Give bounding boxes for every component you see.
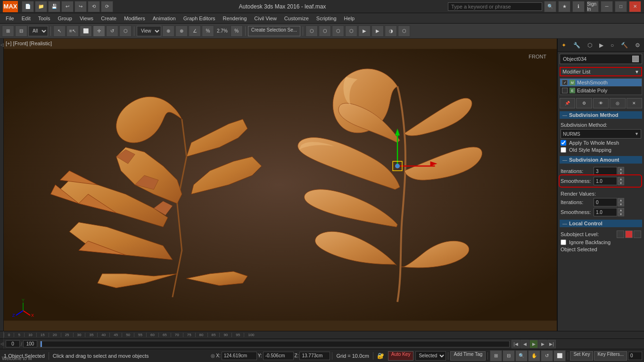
percent-snap-btn[interactable]: % xyxy=(202,25,214,37)
subobject-type-btn2[interactable] xyxy=(625,230,633,238)
selected-dropdown[interactable]: Selected xyxy=(415,351,446,361)
menu-file[interactable]: File xyxy=(2,15,18,22)
snap-toggle-btn[interactable]: ⊟ xyxy=(15,25,27,37)
modifier-meshsmooth[interactable]: ✓ M MeshSmooth xyxy=(560,79,642,87)
object-name-field[interactable]: Object034 xyxy=(560,54,642,64)
modifier-meshsmooth-check[interactable]: ✓ xyxy=(562,80,568,85)
set-key-btn[interactable]: Set Key xyxy=(570,351,593,361)
modifier-list-dropdown[interactable]: Modifier List ▼ xyxy=(560,67,642,76)
remove-modifier-btn[interactable]: ✕ xyxy=(627,98,642,108)
menu-animation[interactable]: Animation xyxy=(149,15,180,22)
prev-frame-btn[interactable]: ◀ xyxy=(520,340,529,348)
iterations-input[interactable] xyxy=(594,167,617,175)
y-coord-input[interactable] xyxy=(263,352,294,360)
bookmark-btn[interactable]: ★ xyxy=(558,1,570,12)
menu-civil-view[interactable]: Civil View xyxy=(250,15,280,22)
local-control-header[interactable]: — Local Control xyxy=(560,220,642,227)
select-name-tool[interactable]: ≡↖ xyxy=(66,25,79,37)
active-only-btn[interactable]: ◎ xyxy=(610,98,625,108)
display-panel-icon[interactable]: ○ xyxy=(609,41,616,49)
zoom-all-btn[interactable]: ⊟ xyxy=(503,350,515,362)
selection-filter-dropdown[interactable]: All xyxy=(28,26,48,36)
render-smoothness-down[interactable]: ▼ xyxy=(618,212,624,216)
menu-views[interactable]: Views xyxy=(76,15,97,22)
create-panel-icon[interactable]: ✦ xyxy=(560,41,568,49)
render-iterations-down[interactable]: ▼ xyxy=(618,202,624,206)
pan-all-btn[interactable]: ⊞ xyxy=(490,350,502,362)
menu-modifiers[interactable]: Modifiers xyxy=(120,15,149,22)
keyword-search[interactable] xyxy=(448,2,542,11)
pin-stack-btn[interactable]: 📌 xyxy=(560,98,575,108)
info-btn[interactable]: ℹ xyxy=(572,1,585,12)
render-smoothness-input[interactable] xyxy=(594,208,617,216)
old-style-mapping-checkbox[interactable] xyxy=(561,147,566,153)
menu-tools[interactable]: Tools xyxy=(34,15,54,22)
move-tool[interactable]: ✛ xyxy=(93,25,105,37)
create-selection-button[interactable]: Create Selection Se... xyxy=(248,26,300,36)
material-editor-btn[interactable]: ⬡ xyxy=(332,25,344,37)
apply-whole-mesh-checkbox[interactable] xyxy=(561,140,566,146)
go-to-end-btn[interactable]: ▶| xyxy=(547,340,556,348)
color-swatch[interactable] xyxy=(632,56,639,62)
timeline-expand-btn[interactable]: ◁ xyxy=(0,342,3,346)
smoothness-input[interactable] xyxy=(594,177,617,185)
slate-material-btn[interactable]: ⬡ xyxy=(398,25,410,37)
rect-select-btn[interactable]: ⬜ xyxy=(80,25,92,37)
undo-scene-btn[interactable]: ⟲ xyxy=(88,1,100,12)
modifier-editable-poly[interactable]: E Editable Poly xyxy=(560,87,642,95)
field-of-view-btn[interactable]: 🔍 xyxy=(515,350,528,362)
show-all-btn[interactable]: 👁 xyxy=(593,98,609,108)
undo-btn[interactable]: ↩ xyxy=(61,1,74,12)
auto-key-btn[interactable]: Auto Key xyxy=(388,351,414,361)
render-iterations-input[interactable] xyxy=(594,198,617,206)
viewport[interactable]: [+] [Front] [Realistic] xyxy=(4,39,557,331)
iterations-up[interactable]: ▲ xyxy=(618,167,624,171)
view-dropdown[interactable]: View xyxy=(137,26,161,36)
track-bar-btn[interactable]: ⬡ xyxy=(305,25,318,37)
menu-help[interactable]: Help xyxy=(340,15,359,22)
render-smoothness-up[interactable]: ▲ xyxy=(618,208,624,212)
pan-btn[interactable]: ✋ xyxy=(528,350,540,362)
key-filters-btn[interactable]: Key Filters... xyxy=(594,351,627,361)
play-btn[interactable]: ▶ xyxy=(529,340,538,348)
minimize-btn[interactable]: ─ xyxy=(601,1,613,12)
x-coord-input[interactable] xyxy=(222,352,257,360)
menu-create[interactable]: Create xyxy=(97,15,120,22)
search-icon[interactable]: 🔍 xyxy=(544,1,556,12)
modify-panel-icon[interactable]: 🔧 xyxy=(571,41,582,49)
menu-rendering[interactable]: Rendering xyxy=(219,15,251,22)
menu-edit[interactable]: Edit xyxy=(18,15,34,22)
maximize-btn[interactable]: □ xyxy=(615,1,627,12)
subobject-type-btn3[interactable] xyxy=(634,230,641,238)
new-btn[interactable]: 📄 xyxy=(22,1,34,12)
configure-modifier-btn[interactable]: ⚙ xyxy=(576,98,592,108)
utilities-panel-icon[interactable]: 🔨 xyxy=(619,41,630,49)
redo-btn[interactable]: ↪ xyxy=(74,1,87,12)
use-pivot-btn[interactable]: ⊕ xyxy=(162,25,174,37)
snap-3d-btn[interactable]: ⊕ xyxy=(175,25,188,37)
hierarchy-panel-icon[interactable]: ⬡ xyxy=(586,41,594,49)
maximize-viewport-btn[interactable]: ⬜ xyxy=(553,350,566,362)
render-iterations-up[interactable]: ▲ xyxy=(618,198,624,202)
scale-tool[interactable]: ⬡ xyxy=(119,25,132,37)
frame-input[interactable] xyxy=(628,352,642,360)
motion-panel-icon[interactable]: ▶ xyxy=(597,41,605,49)
menu-customize[interactable]: Customize xyxy=(281,15,313,22)
nurms-dropdown[interactable]: NURMS ▼ xyxy=(561,129,641,139)
rotate-tool[interactable]: ↺ xyxy=(106,25,118,37)
go-to-start-btn[interactable]: |◀ xyxy=(512,340,520,348)
smoothness-up[interactable]: ▲ xyxy=(618,177,624,181)
render-setup-btn[interactable]: ⬡ xyxy=(345,25,357,37)
save-btn[interactable]: 💾 xyxy=(48,1,60,12)
active-shade-btn[interactable]: ◑ xyxy=(385,25,397,37)
sign-in-btn[interactable]: Sign In xyxy=(586,1,599,12)
redo-scene-btn[interactable]: ⟳ xyxy=(101,1,113,12)
next-frame-btn[interactable]: ▶ xyxy=(538,340,547,348)
schematic-view-btn[interactable]: ⬡ xyxy=(319,25,331,37)
menu-scripting[interactable]: Scripting xyxy=(313,15,340,22)
percent-btn[interactable]: % xyxy=(231,25,243,37)
menu-group[interactable]: Group xyxy=(54,15,76,22)
selection-filter-btn[interactable]: ⊞ xyxy=(2,25,14,37)
smoothness-down[interactable]: ▼ xyxy=(618,181,624,185)
iterations-down[interactable]: ▼ xyxy=(618,171,624,175)
